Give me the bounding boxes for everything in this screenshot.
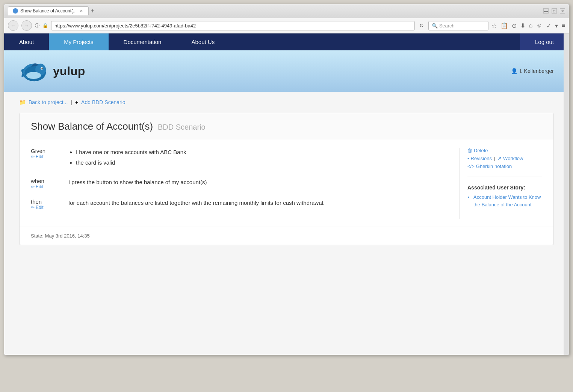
scenario-sidebar: 🗑 Delete ▪ Revisions | (460, 148, 542, 219)
nav-about-us[interactable]: About Us (176, 33, 230, 50)
given-step-row: Given ✏ Edit I have one or more accounts… (31, 148, 452, 169)
state-bar: State: May 3rd 2016, 14:35 (20, 227, 553, 245)
scenario-main-title: Show Balance of Account(s) (31, 121, 153, 132)
then-step-row: then ✏ Edit for each account the balance… (31, 198, 452, 210)
close-button[interactable]: ✕ (560, 8, 565, 14)
menu-button[interactable]: ≡ (562, 22, 565, 29)
search-icon: 🔍 (432, 23, 438, 29)
reader-mode-icon[interactable]: 📋 (500, 22, 508, 29)
gherkin-link[interactable]: </> Gherkin notation (467, 163, 542, 169)
tab-favicon (13, 8, 18, 14)
breadcrumb-separator: | (71, 99, 72, 105)
url-input[interactable] (51, 21, 415, 30)
new-tab-button[interactable]: + (89, 8, 97, 14)
bookmark-star-icon[interactable]: ☆ (491, 22, 497, 29)
pencil-icon: ✏ (31, 154, 35, 159)
when-content: I press the button to show the balance o… (68, 178, 452, 189)
back-to-project-link[interactable]: Back to project... (29, 99, 68, 105)
pencil-icon-then: ✏ (31, 205, 35, 210)
when-edit-link[interactable]: ✏ Edit (31, 184, 61, 189)
tab-close-button[interactable]: ✕ (79, 9, 84, 14)
given-content: I have one or more accounts with ABC Ban… (68, 148, 452, 169)
action-links: 🗑 Delete ▪ Revisions | (467, 148, 542, 177)
nav-about[interactable]: About (4, 33, 49, 50)
scenario-title-area: Show Balance of Account(s) BDD Scenario (20, 113, 553, 140)
then-text: for each account the balances are listed… (68, 200, 325, 206)
story-link[interactable]: Account Holder Wants to Know the Balance… (473, 194, 541, 207)
pocket-icon[interactable]: ⊙ (512, 22, 517, 29)
breadcrumb: 📁 Back to project... | + Add BDD Scenari… (19, 99, 554, 105)
overflow-button[interactable]: ▾ (555, 22, 558, 29)
then-edit-link[interactable]: ✏ Edit (31, 205, 61, 210)
home-icon[interactable]: ⌂ (529, 22, 533, 29)
back-button[interactable]: ← (8, 20, 18, 31)
pencil-icon-when: ✏ (31, 184, 35, 189)
delete-link[interactable]: 🗑 Delete (467, 148, 542, 153)
workflow-link[interactable]: ↗ Workflow (497, 156, 523, 161)
nav-my-projects[interactable]: My Projects (49, 33, 108, 50)
ssl-lock-icon: 🔒 (42, 23, 48, 28)
add-scenario-plus-icon: + (75, 99, 78, 105)
reload-button[interactable]: ↻ (418, 23, 425, 29)
given-label-area: Given ✏ Edit (31, 148, 61, 169)
info-icon[interactable]: ⓘ (35, 23, 39, 29)
forward-button[interactable]: → (21, 20, 32, 31)
search-placeholder: Search (439, 23, 455, 29)
emoji-icon[interactable]: ☺ (536, 22, 542, 29)
given-item-1: I have one or more accounts with ABC Ban… (76, 148, 452, 157)
scenario-heading: Show Balance of Account(s) BDD Scenario (31, 121, 542, 132)
title-bar-left: Show Balance of Account(... ✕ + (8, 6, 97, 15)
svg-point-6 (26, 72, 41, 79)
shield-icon[interactable]: ✓ (546, 22, 551, 29)
steps-section: Given ✏ Edit I have one or more accounts… (31, 148, 452, 219)
title-bar: Show Balance of Account(... ✕ + — □ ✕ (4, 4, 569, 18)
given-item-2: the card is valid (76, 158, 452, 167)
associated-story-section: Associated User Story: Account Holder Wa… (467, 185, 542, 208)
then-label-area: then ✏ Edit (31, 198, 61, 210)
revisions-workflow-row: ▪ Revisions | ↗ Workflow (467, 156, 542, 161)
user-icon: 👤 (511, 68, 517, 74)
nav-logout[interactable]: Log out (520, 33, 569, 50)
when-label: when (31, 178, 61, 184)
given-list: I have one or more accounts with ABC Ban… (68, 148, 452, 167)
download-icon[interactable]: ⬇ (520, 22, 525, 29)
add-bdd-scenario-link[interactable]: Add BDD Scenario (81, 99, 125, 105)
vertical-scrollbar[interactable] (564, 33, 569, 355)
when-label-area: when ✏ Edit (31, 178, 61, 189)
revisions-icon: ▪ (467, 156, 469, 161)
story-list-item: Account Holder Wants to Know the Balance… (473, 194, 542, 208)
scenario-card: Show Balance of Account(s) BDD Scenario … (19, 113, 554, 245)
nav-documentation[interactable]: Documentation (109, 33, 177, 50)
scenario-body: Given ✏ Edit I have one or more accounts… (20, 140, 553, 227)
workflow-icon: ↗ (497, 156, 502, 161)
address-bar: ← → ⓘ 🔒 ↻ 🔍 Search ☆ 📋 ⊙ ⬇ ⌂ ☺ ✓ ▾ ≡ (4, 18, 569, 33)
browser-body: About My Projects Documentation About Us… (4, 33, 569, 355)
when-text: I press the button to show the balance o… (68, 179, 207, 185)
then-content: for each account the balances are listed… (68, 198, 452, 210)
window-controls: — □ ✕ (543, 8, 565, 14)
given-edit-link[interactable]: ✏ Edit (31, 154, 61, 159)
svg-point-5 (41, 68, 42, 69)
minimize-button[interactable]: — (543, 8, 549, 14)
main-content: 📁 Back to project... | + Add BDD Scenari… (4, 92, 569, 355)
revisions-link[interactable]: ▪ Revisions (467, 156, 492, 161)
code-icon: </> (467, 163, 475, 169)
active-tab[interactable]: Show Balance of Account(... ✕ (8, 6, 89, 15)
site-navigation: About My Projects Documentation About Us… (4, 33, 569, 50)
trash-icon: 🗑 (467, 148, 472, 153)
folder-icon: 📁 (19, 99, 26, 105)
user-name: I. Kellenberger (520, 68, 554, 74)
tab-title: Show Balance of Account(... (20, 8, 77, 14)
scenario-subtitle: BDD Scenario (156, 123, 205, 131)
search-box: 🔍 Search (428, 21, 488, 30)
when-step-row: when ✏ Edit I press the button to show t… (31, 178, 452, 189)
toolbar-icons: ☆ 📋 ⊙ ⬇ ⌂ ☺ ✓ ▾ ≡ (491, 22, 565, 29)
state-text: State: May 3rd 2016, 14:35 (31, 233, 90, 239)
maximize-button[interactable]: □ (552, 8, 557, 14)
story-list: Account Holder Wants to Know the Balance… (467, 194, 542, 208)
then-label: then (31, 198, 61, 205)
pipe-separator: | (494, 156, 495, 161)
site-header: yulup 👤 I. Kellenberger (4, 50, 569, 92)
given-label: Given (31, 148, 61, 154)
browser-window: Show Balance of Account(... ✕ + — □ ✕ ← … (4, 4, 569, 355)
